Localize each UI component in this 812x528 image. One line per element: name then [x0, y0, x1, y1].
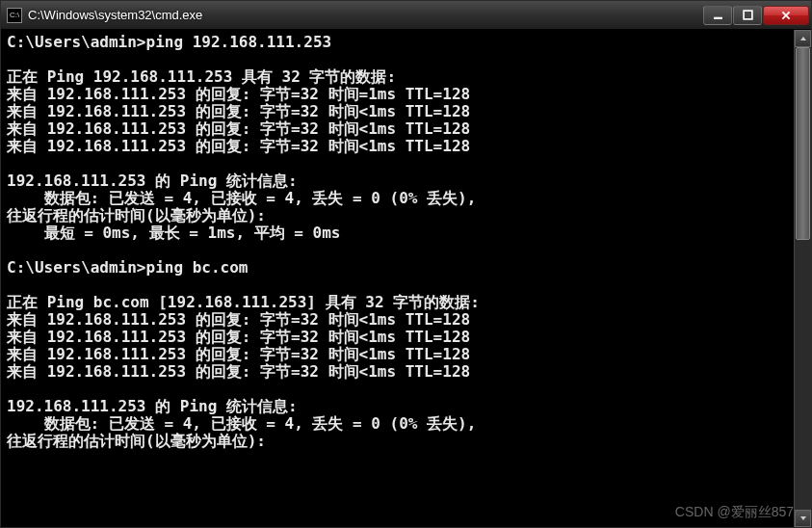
output-line: 来自 192.168.111.253 的回复: 字节=32 时间<1ms TTL… [7, 345, 470, 363]
output-line: 数据包: 已发送 = 4, 已接收 = 4, 丢失 = 0 (0% 丢失), [7, 414, 476, 433]
output-line: 来自 192.168.111.253 的回复: 字节=32 时间<1ms TTL… [7, 137, 470, 155]
svg-marker-5 [800, 516, 806, 520]
watermark-text: CSDN @爱丽丝857 [675, 504, 794, 521]
output-line: 正在 Ping bc.com [192.168.111.253] 具有 32 字… [7, 293, 480, 311]
svg-rect-1 [744, 11, 752, 19]
titlebar[interactable]: C:\ C:\Windows\system32\cmd.exe [1, 1, 811, 30]
maximize-button[interactable] [733, 6, 762, 25]
chevron-down-icon [799, 515, 807, 522]
maximize-icon [743, 10, 753, 20]
output-line: 来自 192.168.111.253 的回复: 字节=32 时间<1ms TTL… [7, 102, 470, 120]
output-line: 来自 192.168.111.253 的回复: 字节=32 时间=1ms TTL… [7, 85, 470, 103]
scroll-thumb[interactable] [796, 47, 810, 240]
output-line: 192.168.111.253 的 Ping 统计信息: [7, 397, 298, 415]
scroll-track[interactable] [795, 47, 811, 510]
output-line: 往返行程的估计时间(以毫秒为单位): [7, 432, 266, 450]
svg-rect-0 [714, 17, 722, 19]
output-line: 来自 192.168.111.253 的回复: 字节=32 时间<1ms TTL… [7, 362, 470, 381]
output-line: 正在 Ping 192.168.111.253 具有 32 字节的数据: [7, 67, 396, 86]
minimize-icon [713, 10, 723, 20]
cmd-window: C:\ C:\Windows\system32\cmd.exe C:\Users… [0, 0, 812, 528]
scroll-down-button[interactable] [795, 510, 811, 527]
close-button[interactable] [763, 6, 809, 25]
output-line: 来自 192.168.111.253 的回复: 字节=32 时间<1ms TTL… [7, 328, 470, 346]
output-line: 192.168.111.253 的 Ping 统计信息: [7, 172, 298, 190]
vertical-scrollbar[interactable] [794, 30, 811, 527]
svg-marker-4 [800, 37, 806, 40]
terminal-area[interactable]: C:\Users\admin>ping 192.168.111.253 正在 P… [1, 30, 811, 527]
chevron-up-icon [799, 35, 807, 42]
output-line: 最短 = 0ms, 最长 = 1ms, 平均 = 0ms [7, 224, 340, 242]
cmd-icon: C:\ [7, 8, 22, 23]
window-controls [703, 6, 809, 25]
close-icon [780, 10, 792, 21]
terminal-output: C:\Users\admin>ping 192.168.111.253 正在 P… [7, 34, 805, 450]
output-line: C:\Users\admin>ping bc.com [7, 258, 248, 277]
minimize-button[interactable] [703, 6, 732, 25]
output-line: 来自 192.168.111.253 的回复: 字节=32 时间<1ms TTL… [7, 119, 470, 138]
output-line: 往返行程的估计时间(以毫秒为单位): [7, 206, 266, 224]
output-line: C:\Users\admin>ping 192.168.111.253 [7, 33, 331, 51]
output-line: 来自 192.168.111.253 的回复: 字节=32 时间<1ms TTL… [7, 310, 470, 329]
output-line: 数据包: 已发送 = 4, 已接收 = 4, 丢失 = 0 (0% 丢失), [7, 189, 476, 207]
window-title: C:\Windows\system32\cmd.exe [28, 8, 703, 22]
scroll-up-button[interactable] [795, 30, 811, 47]
